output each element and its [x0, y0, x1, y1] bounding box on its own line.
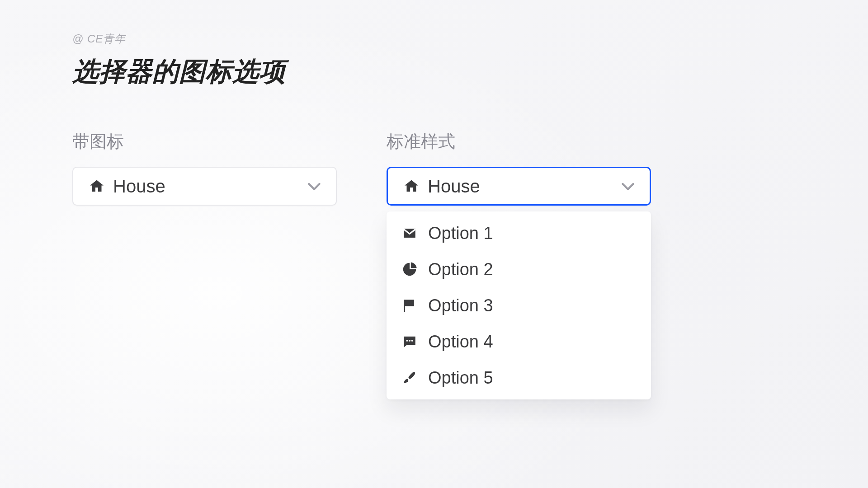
subtitle-standard: 标准样式 — [387, 130, 651, 153]
select-standard-value: House — [428, 176, 619, 197]
option-label: Option 3 — [428, 296, 493, 315]
house-icon — [89, 178, 105, 194]
chart-icon — [402, 262, 417, 277]
option-label: Option 1 — [428, 224, 493, 243]
chevron-down-icon — [619, 177, 637, 195]
option-3[interactable]: Option 3 — [387, 287, 651, 324]
dropdown-panel: Option 1 Option 2 Option 3 Option 4 Opti… — [387, 211, 651, 399]
option-label: Option 2 — [428, 260, 493, 279]
option-4[interactable]: Option 4 — [387, 324, 651, 360]
option-2[interactable]: Option 2 — [387, 251, 651, 287]
select-with-icon[interactable]: House — [72, 167, 337, 206]
mail-icon — [402, 225, 417, 241]
column-with-icon: 带图标 House — [72, 130, 337, 206]
option-label: Option 5 — [428, 368, 493, 388]
column-standard: 标准样式 House Option 1 Option 2 — [387, 130, 651, 206]
select-with-icon-value: House — [113, 176, 305, 197]
select-standard[interactable]: House — [387, 167, 651, 206]
message-icon — [402, 334, 417, 349]
option-5[interactable]: Option 5 — [387, 360, 651, 396]
house-icon — [403, 178, 420, 194]
brush-icon — [402, 370, 417, 385]
chevron-down-icon — [305, 177, 323, 195]
flag-icon — [402, 298, 417, 313]
option-1[interactable]: Option 1 — [387, 215, 651, 251]
option-label: Option 4 — [428, 332, 493, 352]
subtitle-with-icon: 带图标 — [72, 130, 337, 153]
